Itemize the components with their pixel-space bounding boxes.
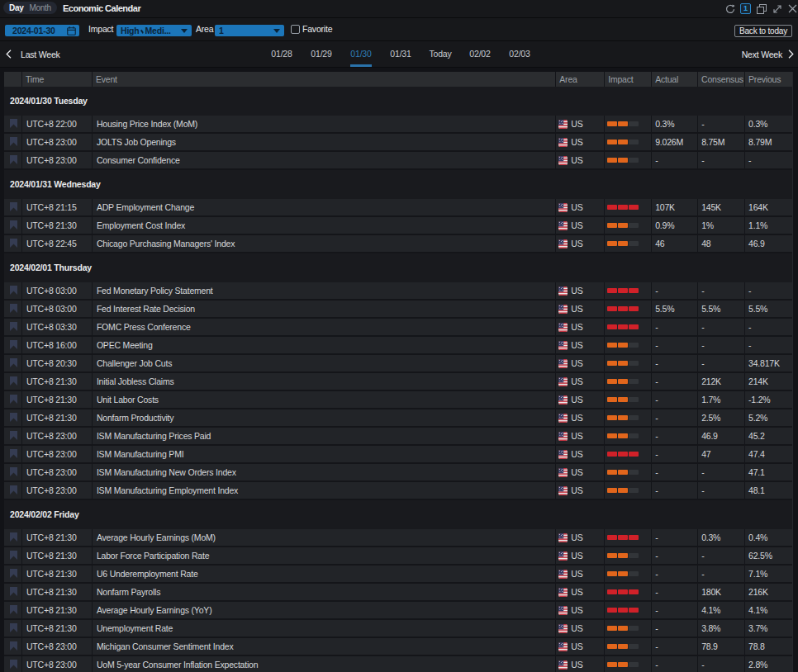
week-day-02-03[interactable]: 02/03 (500, 41, 539, 67)
table-row[interactable]: UTC+8 21:30 Nonfarm Payrolls US (4, 584, 792, 602)
bookmark-icon[interactable] (10, 623, 17, 632)
bookmark-icon[interactable] (10, 551, 17, 560)
impact-meter (607, 205, 639, 211)
impact-filter-select[interactable]: HighMedi... (116, 25, 192, 36)
week-day-01-28[interactable]: 01/28 (262, 41, 302, 67)
bookmark-icon[interactable] (10, 304, 17, 313)
back-to-today-button[interactable]: Back to today (734, 25, 792, 37)
bookmark-icon[interactable] (10, 413, 17, 422)
bookmark-cell[interactable] (4, 656, 21, 672)
bookmark-icon[interactable] (10, 605, 17, 614)
last-week-button[interactable]: Last Week (6, 41, 60, 67)
bookmark-cell[interactable] (4, 235, 21, 252)
view-toggle-month[interactable]: Month (29, 3, 50, 12)
bookmark-cell[interactable] (4, 152, 21, 168)
bookmark-cell[interactable] (4, 529, 21, 546)
favorite-checkbox[interactable] (291, 25, 300, 34)
bookmark-cell[interactable] (4, 199, 21, 215)
table-row[interactable]: UTC+8 21:15 ADP Employment Change (4, 199, 792, 217)
table-row[interactable]: UTC+8 23:00 UoM 5-year Consumer Inflatio… (4, 656, 792, 672)
bookmark-cell[interactable] (4, 547, 21, 564)
bookmark-cell[interactable] (4, 464, 21, 480)
bookmark-icon[interactable] (10, 358, 17, 367)
bookmark-cell[interactable] (4, 428, 21, 444)
table-row[interactable]: UTC+8 21:30 Labor Force Participation Ra… (4, 547, 792, 566)
week-day-01-29[interactable]: 01/29 (302, 41, 341, 67)
bookmark-cell[interactable] (4, 446, 21, 462)
table-row[interactable]: UTC+8 21:30 Initial Jobless Claims (4, 373, 792, 391)
bookmark-cell[interactable] (4, 319, 21, 335)
bookmark-icon[interactable] (10, 376, 17, 386)
table-row[interactable]: UTC+8 21:30 U6 Underemployment Rate (4, 566, 792, 584)
week-day-02-02[interactable]: 02/02 (460, 41, 500, 67)
close-icon[interactable] (787, 3, 798, 14)
expand-icon[interactable] (772, 3, 782, 14)
bookmark-icon[interactable] (10, 395, 17, 404)
bookmark-cell[interactable] (4, 620, 21, 637)
panel-badge-icon[interactable]: 1 (740, 3, 751, 14)
table-row[interactable]: UTC+8 22:45 Chicago Purchasing Managers'… (4, 235, 792, 253)
bookmark-cell[interactable] (4, 282, 21, 299)
table-row[interactable]: UTC+8 16:00 OPEC Meeting US (4, 337, 792, 355)
table-row[interactable]: UTC+8 21:30 Unemployment Rate US (4, 620, 792, 638)
table-row[interactable]: UTC+8 21:30 Average Hourly Earnings (YoY… (4, 602, 792, 620)
table-row[interactable]: UTC+8 21:30 Nonfarm Productivity (4, 409, 792, 428)
bookmark-icon[interactable] (10, 641, 17, 651)
week-day-01-30[interactable]: 01/30 (341, 41, 381, 67)
bookmark-cell[interactable] (4, 409, 21, 426)
bookmark-icon[interactable] (10, 431, 17, 440)
bookmark-cell[interactable] (4, 337, 21, 353)
bookmark-cell[interactable] (4, 638, 21, 655)
bookmark-cell[interactable] (4, 116, 21, 132)
bookmark-cell[interactable] (4, 482, 21, 499)
table-row[interactable]: UTC+8 20:30 Challenger Job Cuts (4, 355, 792, 373)
bookmark-icon[interactable] (10, 587, 17, 596)
bookmark-cell[interactable] (4, 301, 21, 317)
table-row[interactable]: UTC+8 22:00 Housing Price Index (MoM) (4, 116, 792, 134)
bookmark-cell[interactable] (4, 373, 21, 390)
table-row[interactable]: UTC+8 21:30 Employment Cost Index (4, 217, 792, 235)
bookmark-icon[interactable] (10, 340, 17, 349)
bookmark-icon[interactable] (10, 660, 17, 669)
refresh-icon[interactable] (724, 3, 735, 14)
bookmark-cell[interactable] (4, 217, 21, 234)
bookmark-icon[interactable] (10, 467, 17, 476)
table-row[interactable]: UTC+8 23:00 Michigan Consumer Sentiment … (4, 638, 792, 656)
week-day-01-31[interactable]: 01/31 (381, 41, 420, 67)
table-row[interactable]: UTC+8 03:00 Fed Monetary Policy Statemen… (4, 282, 792, 301)
week-day-Today[interactable]: Today (420, 41, 460, 67)
table-row[interactable]: UTC+8 03:00 Fed Interest Rate Decision (4, 301, 792, 319)
bookmark-cell[interactable] (4, 134, 21, 150)
table-row[interactable]: UTC+8 23:00 JOLTS Job Openings U (4, 134, 792, 152)
table-row[interactable]: UTC+8 23:00 Consumer Confidence (4, 152, 792, 170)
duplicate-icon[interactable] (756, 3, 767, 14)
area-filter-select[interactable]: 1 (215, 25, 284, 36)
bookmark-cell[interactable] (4, 566, 21, 582)
bookmark-icon[interactable] (10, 569, 17, 578)
bookmark-icon[interactable] (10, 155, 17, 164)
table-row[interactable]: UTC+8 21:30 Unit Labor Costs US (4, 391, 792, 409)
bookmark-cell[interactable] (4, 391, 21, 408)
table-row[interactable]: UTC+8 23:00 ISM Manufacturing New Orders… (4, 464, 792, 482)
next-week-button[interactable]: Next Week (742, 41, 794, 67)
table-row[interactable]: UTC+8 23:00 ISM Manufacturing PMI (4, 446, 792, 464)
bookmark-icon[interactable] (10, 202, 17, 211)
bookmark-cell[interactable] (4, 584, 21, 600)
bookmark-cell[interactable] (4, 602, 21, 618)
table-row[interactable]: UTC+8 03:30 FOMC Press Conference (4, 319, 792, 337)
table-row[interactable]: UTC+8 23:00 ISM Manufacturing Prices Pai… (4, 428, 792, 446)
table-row[interactable]: UTC+8 23:00 ISM Manufacturing Employment… (4, 482, 792, 500)
bookmark-icon[interactable] (10, 449, 17, 458)
view-toggle-day[interactable]: Day (9, 3, 23, 12)
bookmark-icon[interactable] (10, 532, 17, 542)
bookmark-icon[interactable] (10, 137, 17, 146)
bookmark-icon[interactable] (10, 322, 17, 331)
table-row[interactable]: UTC+8 21:30 Average Hourly Earnings (MoM… (4, 529, 792, 547)
bookmark-icon[interactable] (10, 119, 17, 128)
bookmark-icon[interactable] (10, 220, 17, 230)
bookmark-icon[interactable] (10, 286, 17, 295)
bookmark-icon[interactable] (10, 239, 17, 248)
bookmark-icon[interactable] (10, 485, 17, 495)
bookmark-cell[interactable] (4, 355, 21, 371)
date-picker-input[interactable]: 2024-01-30 (5, 25, 79, 36)
